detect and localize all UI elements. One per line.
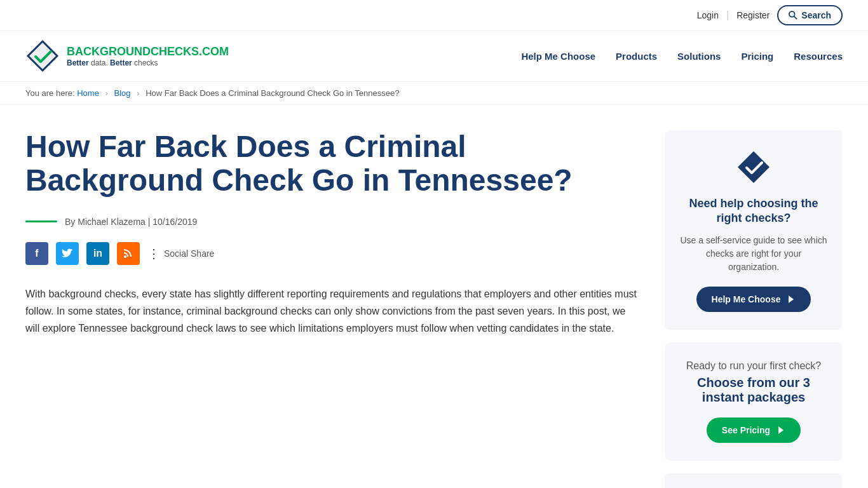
login-link[interactable]: Login bbox=[697, 10, 719, 20]
author-line: By Michael Klazema | 10/16/2019 bbox=[25, 217, 639, 227]
card2-packages: Choose from our 3 instant packages bbox=[680, 376, 827, 405]
author-text: By Michael Klazema | 10/16/2019 bbox=[65, 217, 197, 227]
nav-links: Help Me Choose Products Solutions Pricin… bbox=[521, 38, 843, 74]
twitter-share-button[interactable] bbox=[56, 242, 79, 265]
article-title: How Far Back Does a Criminal Background … bbox=[25, 130, 639, 198]
breadcrumb-blog[interactable]: Blog bbox=[114, 88, 131, 98]
svg-marker-3 bbox=[28, 41, 57, 71]
card1-title: Need help choosing the right checks? bbox=[680, 196, 827, 226]
divider: | bbox=[726, 10, 729, 21]
svg-line-1 bbox=[794, 17, 797, 19]
nav-products[interactable]: Products bbox=[616, 38, 657, 74]
search-button[interactable]: Search bbox=[777, 5, 843, 25]
nav-resources[interactable]: Resources bbox=[794, 38, 843, 74]
linkedin-share-button[interactable]: in bbox=[86, 242, 109, 265]
breadcrumb-sep2: › bbox=[137, 88, 139, 98]
card1-desc: Use a self-service guide to see which ch… bbox=[680, 234, 827, 274]
sidebar-card-pricing: Ready to run your first check? Choose fr… bbox=[665, 342, 843, 461]
social-row: f in ⋮ Social Share bbox=[25, 242, 639, 265]
twitter-icon bbox=[62, 248, 73, 259]
sidebar: Need help choosing the right checks? Use… bbox=[665, 130, 843, 488]
breadcrumb-home[interactable]: Home bbox=[77, 88, 99, 98]
rss-share-button[interactable] bbox=[117, 242, 140, 265]
top-bar-links: Login | Register Search bbox=[697, 5, 843, 25]
sidebar-card-report: Get your report instantly bbox=[665, 473, 843, 488]
nav-solutions[interactable]: Solutions bbox=[677, 38, 721, 74]
breadcrumb-sep1: › bbox=[105, 88, 108, 98]
nav-help-me-choose[interactable]: Help Me Choose bbox=[521, 38, 595, 74]
dots-icon: ⋮ bbox=[147, 246, 160, 261]
svg-point-4 bbox=[124, 255, 126, 258]
logo-area: BACKGROUNDCHECKS.COM Better data. Better… bbox=[25, 31, 229, 81]
facebook-share-button[interactable]: f bbox=[25, 242, 48, 265]
sidebar-card-help: Need help choosing the right checks? Use… bbox=[665, 130, 843, 330]
search-icon bbox=[789, 11, 797, 20]
rss-icon bbox=[123, 248, 133, 259]
article-body: With background checks, every state has … bbox=[25, 285, 639, 337]
logo-svg bbox=[25, 39, 60, 74]
logo-icon bbox=[25, 39, 60, 74]
sidebar-card-icon bbox=[735, 148, 773, 186]
article-area: How Far Back Does a Criminal Background … bbox=[25, 130, 639, 488]
svg-marker-6 bbox=[789, 295, 794, 303]
svg-marker-7 bbox=[778, 426, 783, 434]
arrow-right-icon-2 bbox=[775, 425, 785, 435]
register-link[interactable]: Register bbox=[736, 10, 770, 20]
diamond-check-icon bbox=[735, 148, 773, 186]
main-content: How Far Back Does a Criminal Background … bbox=[0, 105, 868, 488]
svg-marker-5 bbox=[738, 151, 770, 183]
see-pricing-button[interactable]: See Pricing bbox=[707, 417, 801, 443]
arrow-right-icon bbox=[785, 294, 796, 304]
logo-text: BACKGROUNDCHECKS.COM Better data. Better… bbox=[67, 45, 229, 67]
breadcrumb-current: How Far Back Does a Criminal Background … bbox=[146, 88, 399, 98]
svg-point-0 bbox=[789, 11, 795, 17]
nav-pricing[interactable]: Pricing bbox=[741, 38, 773, 74]
logo-name: BACKGROUNDCHECKS.COM bbox=[67, 45, 229, 58]
logo-tagline: Better data. Better checks bbox=[67, 58, 229, 67]
social-share-more[interactable]: ⋮ Social Share bbox=[147, 246, 214, 261]
breadcrumb: You are here: Home › Blog › How Far Back… bbox=[0, 82, 868, 105]
card2-title: Ready to run your first check? bbox=[680, 360, 827, 372]
help-me-choose-button[interactable]: Help Me Choose bbox=[696, 287, 811, 312]
author-bar bbox=[25, 220, 57, 222]
top-bar: Login | Register Search bbox=[0, 0, 868, 31]
main-nav: BACKGROUNDCHECKS.COM Better data. Better… bbox=[0, 31, 868, 82]
